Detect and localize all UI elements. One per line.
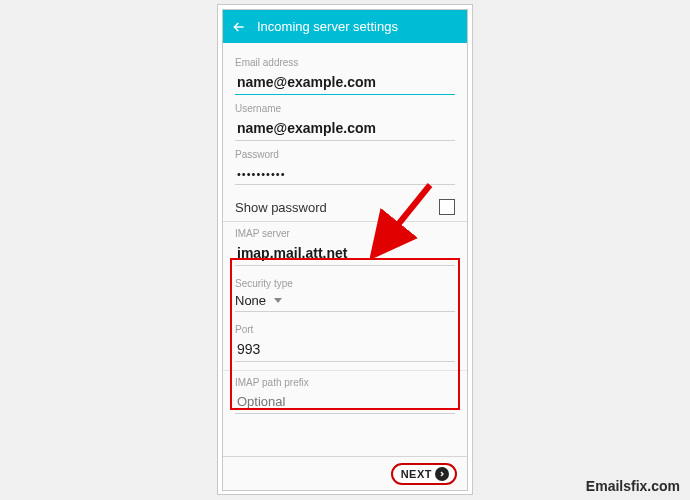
watermark: Emailsfix.com bbox=[586, 478, 680, 494]
section-divider bbox=[223, 221, 467, 222]
page-title: Incoming server settings bbox=[257, 19, 398, 34]
port-field[interactable] bbox=[235, 339, 455, 362]
password-label: Password bbox=[235, 149, 455, 160]
username-label: Username bbox=[235, 103, 455, 114]
port-label: Port bbox=[235, 324, 455, 335]
section-divider-2 bbox=[223, 370, 467, 371]
show-password-checkbox[interactable] bbox=[439, 199, 455, 215]
form-content: Email address Username Password Show pas… bbox=[223, 43, 467, 456]
username-field[interactable] bbox=[235, 118, 455, 141]
security-type-select[interactable]: None bbox=[235, 293, 455, 312]
next-arrow-icon bbox=[435, 467, 449, 481]
back-arrow-icon[interactable] bbox=[231, 19, 247, 35]
show-password-label: Show password bbox=[235, 200, 327, 215]
imap-prefix-label: IMAP path prefix bbox=[235, 377, 455, 388]
chevron-down-icon bbox=[274, 298, 282, 303]
security-type-value: None bbox=[235, 293, 266, 308]
next-button[interactable]: NEXT bbox=[391, 463, 457, 485]
screenshot-frame: Incoming server settings Email address U… bbox=[217, 4, 473, 495]
show-password-row: Show password bbox=[235, 199, 455, 215]
next-button-label: NEXT bbox=[401, 468, 432, 480]
bottom-bar: NEXT bbox=[223, 456, 467, 490]
phone-screen: Incoming server settings Email address U… bbox=[222, 9, 468, 491]
password-field[interactable] bbox=[235, 166, 455, 185]
imap-prefix-field[interactable] bbox=[235, 392, 455, 414]
imap-server-field[interactable] bbox=[235, 243, 455, 266]
security-type-label: Security type bbox=[235, 278, 455, 289]
email-label: Email address bbox=[235, 57, 455, 68]
app-bar: Incoming server settings bbox=[223, 10, 467, 43]
imap-server-label: IMAP server bbox=[235, 228, 455, 239]
email-field[interactable] bbox=[235, 72, 455, 95]
